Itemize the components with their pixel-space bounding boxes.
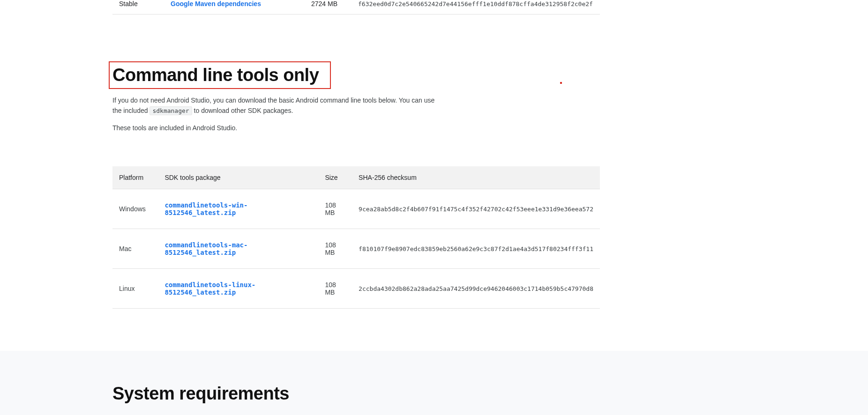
maven-checksum: f632eed0d7c2e540665242d7e44156efff1e10dd…: [358, 0, 593, 7]
table-row: Linux commandlinetools-linux-8512546_lat…: [112, 269, 600, 309]
th-platform: Platform: [112, 166, 158, 189]
maven-dependencies-link[interactable]: Google Maven dependencies: [171, 0, 311, 7]
table-row: Windows commandlinetools-win-8512546_lat…: [112, 189, 600, 229]
system-requirements-heading: System requirements: [112, 384, 868, 404]
intro-text-2: to download other SDK packages.: [192, 107, 293, 114]
maven-size: 2724 MB: [311, 0, 358, 7]
package-link-linux[interactable]: commandlinetools-linux-8512546_latest.zi…: [165, 281, 255, 296]
channel-label: Stable: [119, 0, 171, 7]
sdk-tools-table: Platform SDK tools package Size SHA-256 …: [112, 166, 600, 309]
th-checksum: SHA-256 checksum: [352, 166, 600, 189]
size-cell: 108 MB: [318, 229, 352, 269]
sdkmanager-code: sdkmanager: [150, 106, 192, 115]
th-package: SDK tools package: [158, 166, 318, 189]
command-line-tools-heading: Command line tools only: [109, 61, 331, 89]
package-link-mac[interactable]: commandlinetools-mac-8512546_latest.zip: [165, 241, 247, 256]
size-cell: 108 MB: [318, 189, 352, 229]
intro-paragraph: If you do not need Android Studio, you c…: [112, 96, 441, 116]
checksum-cell: f810107f9e8907edc83859eb2560a62e9c3c87f2…: [352, 229, 600, 269]
checksum-cell: 2ccbda4302db862a28ada25aa7425d99dce94620…: [352, 269, 600, 309]
platform-cell: Linux: [112, 269, 158, 309]
annotation-dot: [560, 82, 562, 84]
intro-paragraph-2: These tools are included in Android Stud…: [112, 123, 441, 133]
maven-dependencies-row: Stable Google Maven dependencies 2724 MB…: [112, 0, 600, 15]
platform-cell: Mac: [112, 229, 158, 269]
table-row: Mac commandlinetools-mac-8512546_latest.…: [112, 229, 600, 269]
system-requirements-section: System requirements: [0, 351, 868, 415]
th-size: Size: [318, 166, 352, 189]
size-cell: 108 MB: [318, 269, 352, 309]
package-link-windows[interactable]: commandlinetools-win-8512546_latest.zip: [165, 201, 247, 216]
checksum-cell: 9cea28ab5d8c2f4b607f91f1475c4f352f42702c…: [352, 189, 600, 229]
platform-cell: Windows: [112, 189, 158, 229]
